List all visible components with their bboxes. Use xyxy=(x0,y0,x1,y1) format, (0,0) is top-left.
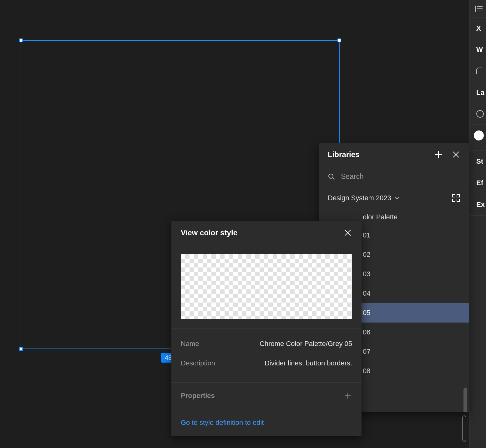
libraries-scrollbar[interactable] xyxy=(463,388,467,412)
align-icon[interactable] xyxy=(469,0,486,18)
color-style-panel: View color style Name Chrome Color Palet… xyxy=(171,221,362,436)
color-style-header: View color style xyxy=(171,221,362,245)
color-style-properties-label: Properties xyxy=(181,392,215,400)
color-style-preview xyxy=(181,254,352,319)
section-stroke[interactable]: St xyxy=(469,151,486,172)
svg-rect-5 xyxy=(457,199,459,201)
libraries-search-input[interactable] xyxy=(341,172,460,181)
resize-handle-top-right[interactable] xyxy=(337,38,341,42)
color-style-description-row: Description Divider lines, button border… xyxy=(181,354,352,373)
svg-point-0 xyxy=(477,110,483,117)
libraries-search[interactable] xyxy=(319,166,469,187)
color-style-properties-row: Properties xyxy=(171,383,362,409)
properties-sidebar: X W La St Ef Ex xyxy=(469,0,486,448)
passthrough-icon[interactable] xyxy=(469,103,486,125)
close-color-style-button[interactable] xyxy=(343,228,352,237)
color-style-name-value: Chrome Color Palette/Grey 05 xyxy=(260,340,352,348)
fill-swatch[interactable] xyxy=(474,130,484,140)
resize-handle-top-left[interactable] xyxy=(19,38,23,42)
library-name: Design System 2023 xyxy=(328,194,391,202)
go-to-style-definition-link[interactable]: Go to style definition to edit xyxy=(181,419,264,426)
property-x[interactable]: X xyxy=(469,18,486,39)
libraries-header: Libraries xyxy=(319,143,469,166)
add-library-button[interactable] xyxy=(434,150,443,159)
svg-rect-3 xyxy=(457,195,459,197)
search-icon xyxy=(328,173,335,181)
color-style-description-label: Description xyxy=(181,359,215,367)
section-export[interactable]: Ex xyxy=(469,194,486,215)
svg-rect-4 xyxy=(453,199,455,201)
property-w[interactable]: W xyxy=(469,39,486,60)
canvas-scrollbar[interactable] xyxy=(462,415,466,442)
add-property-button[interactable] xyxy=(343,391,352,400)
svg-rect-2 xyxy=(453,195,455,197)
resize-handle-bottom-left[interactable] xyxy=(19,347,23,351)
close-libraries-button[interactable] xyxy=(452,150,460,159)
svg-point-1 xyxy=(329,174,333,178)
color-style-link-row: Go to style definition to edit xyxy=(171,409,362,436)
libraries-title: Libraries xyxy=(328,150,359,159)
grid-view-button[interactable] xyxy=(452,194,460,202)
rotation-icon[interactable] xyxy=(469,60,486,82)
section-effects[interactable]: Ef xyxy=(469,172,486,194)
libraries-breadcrumb[interactable]: Design System 2023 xyxy=(319,187,469,209)
color-style-title: View color style xyxy=(181,228,237,237)
section-layer[interactable]: La xyxy=(469,82,486,103)
chevron-down-icon xyxy=(394,196,399,201)
color-style-name-row: Name Chrome Color Palette/Grey 05 xyxy=(181,334,352,354)
color-style-name-label: Name xyxy=(181,340,199,348)
color-style-description-value: Divider lines, button borders. xyxy=(265,359,352,367)
